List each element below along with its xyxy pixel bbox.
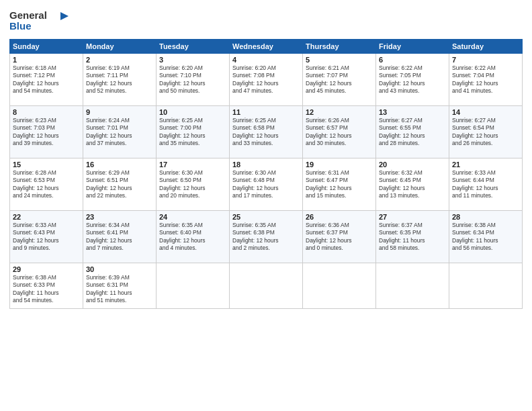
day-detail: Sunrise: 6:38 AMSunset: 6:33 PMDaylight:… xyxy=(13,274,80,305)
day-detail: Sunrise: 6:20 AMSunset: 7:08 PMDaylight:… xyxy=(232,64,300,95)
day-detail: Sunrise: 6:30 AMSunset: 6:48 PMDaylight:… xyxy=(232,169,300,200)
calendar-cell: 16Sunrise: 6:29 AMSunset: 6:51 PMDayligh… xyxy=(83,158,157,211)
calendar-cell: 22Sunrise: 6:33 AMSunset: 6:43 PMDayligh… xyxy=(10,211,83,263)
calendar-cell: 4Sunrise: 6:20 AMSunset: 7:08 PMDaylight… xyxy=(230,54,303,106)
calendar-cell xyxy=(376,263,449,309)
day-detail: Sunrise: 6:36 AMSunset: 6:37 PMDaylight:… xyxy=(306,222,373,253)
calendar-cell: 29Sunrise: 6:38 AMSunset: 6:33 PMDayligh… xyxy=(10,263,83,309)
day-number: 23 xyxy=(86,213,153,221)
calendar-cell: 17Sunrise: 6:30 AMSunset: 6:50 PMDayligh… xyxy=(157,158,230,211)
day-number: 15 xyxy=(13,161,80,169)
svg-text:Blue: Blue xyxy=(9,20,32,32)
day-detail: Sunrise: 6:20 AMSunset: 7:10 PMDaylight:… xyxy=(159,64,226,95)
day-number: 10 xyxy=(159,108,226,116)
day-detail: Sunrise: 6:31 AMSunset: 6:47 PMDaylight:… xyxy=(306,169,373,200)
day-detail: Sunrise: 6:33 AMSunset: 6:43 PMDaylight:… xyxy=(13,222,80,253)
col-header-wednesday: Wednesday xyxy=(230,40,303,54)
day-detail: Sunrise: 6:27 AMSunset: 6:54 PMDaylight:… xyxy=(452,117,519,148)
day-number: 14 xyxy=(452,108,519,116)
calendar-cell: 23Sunrise: 6:34 AMSunset: 6:41 PMDayligh… xyxy=(83,211,157,263)
calendar-cell: 30Sunrise: 6:39 AMSunset: 6:31 PMDayligh… xyxy=(83,263,157,309)
calendar-cell: 13Sunrise: 6:27 AMSunset: 6:55 PMDayligh… xyxy=(376,106,449,158)
day-number: 25 xyxy=(232,213,300,221)
calendar-cell: 25Sunrise: 6:35 AMSunset: 6:38 PMDayligh… xyxy=(230,211,303,263)
calendar-cell: 12Sunrise: 6:26 AMSunset: 6:57 PMDayligh… xyxy=(303,106,376,158)
calendar-cell: 6Sunrise: 6:22 AMSunset: 7:05 PMDaylight… xyxy=(376,54,449,106)
calendar-cell: 21Sunrise: 6:33 AMSunset: 6:44 PMDayligh… xyxy=(449,158,523,211)
col-header-monday: Monday xyxy=(83,40,157,54)
calendar-cell: 24Sunrise: 6:35 AMSunset: 6:40 PMDayligh… xyxy=(157,211,230,263)
calendar-cell: 18Sunrise: 6:30 AMSunset: 6:48 PMDayligh… xyxy=(230,158,303,211)
calendar-cell xyxy=(449,263,523,309)
day-number: 17 xyxy=(159,161,226,169)
day-detail: Sunrise: 6:33 AMSunset: 6:44 PMDaylight:… xyxy=(452,169,519,200)
day-detail: Sunrise: 6:22 AMSunset: 7:05 PMDaylight:… xyxy=(379,64,446,95)
day-detail: Sunrise: 6:35 AMSunset: 6:40 PMDaylight:… xyxy=(159,222,226,253)
day-number: 3 xyxy=(159,56,226,64)
day-number: 21 xyxy=(452,161,519,169)
day-detail: Sunrise: 6:23 AMSunset: 7:03 PMDaylight:… xyxy=(13,117,80,148)
calendar-cell: 9Sunrise: 6:24 AMSunset: 7:01 PMDaylight… xyxy=(83,106,157,158)
calendar-cell: 3Sunrise: 6:20 AMSunset: 7:10 PMDaylight… xyxy=(157,54,230,106)
day-number: 5 xyxy=(306,56,373,64)
day-number: 2 xyxy=(86,56,153,64)
day-detail: Sunrise: 6:34 AMSunset: 6:41 PMDaylight:… xyxy=(86,222,153,253)
day-number: 6 xyxy=(379,56,446,64)
day-detail: Sunrise: 6:28 AMSunset: 6:53 PMDaylight:… xyxy=(13,169,80,200)
day-detail: Sunrise: 6:25 AMSunset: 7:00 PMDaylight:… xyxy=(159,117,226,148)
day-detail: Sunrise: 6:32 AMSunset: 6:45 PMDaylight:… xyxy=(379,169,446,200)
day-number: 9 xyxy=(86,108,153,116)
day-number: 11 xyxy=(232,108,300,116)
day-detail: Sunrise: 6:30 AMSunset: 6:50 PMDaylight:… xyxy=(159,169,226,200)
day-number: 4 xyxy=(232,56,300,64)
day-number: 7 xyxy=(452,56,519,64)
calendar-cell: 20Sunrise: 6:32 AMSunset: 6:45 PMDayligh… xyxy=(376,158,449,211)
calendar-cell xyxy=(303,263,376,309)
day-detail: Sunrise: 6:22 AMSunset: 7:04 PMDaylight:… xyxy=(452,64,519,95)
day-number: 26 xyxy=(306,213,373,221)
calendar-cell: 8Sunrise: 6:23 AMSunset: 7:03 PMDaylight… xyxy=(10,106,83,158)
day-number: 28 xyxy=(452,213,519,221)
calendar-cell: 11Sunrise: 6:25 AMSunset: 6:58 PMDayligh… xyxy=(230,106,303,158)
col-header-thursday: Thursday xyxy=(303,40,376,54)
day-detail: Sunrise: 6:29 AMSunset: 6:51 PMDaylight:… xyxy=(86,169,153,200)
day-number: 22 xyxy=(13,213,80,221)
svg-text:General: General xyxy=(9,9,47,21)
calendar-cell xyxy=(157,263,230,309)
day-detail: Sunrise: 6:39 AMSunset: 6:31 PMDaylight:… xyxy=(86,274,153,305)
day-number: 19 xyxy=(306,161,373,169)
day-number: 1 xyxy=(13,56,80,64)
calendar-cell: 27Sunrise: 6:37 AMSunset: 6:35 PMDayligh… xyxy=(376,211,449,263)
day-number: 30 xyxy=(86,265,153,273)
calendar-cell xyxy=(230,263,303,309)
calendar-cell: 19Sunrise: 6:31 AMSunset: 6:47 PMDayligh… xyxy=(303,158,376,211)
day-number: 13 xyxy=(379,108,446,116)
day-number: 20 xyxy=(379,161,446,169)
day-number: 29 xyxy=(13,265,80,273)
calendar-cell: 2Sunrise: 6:19 AMSunset: 7:11 PMDaylight… xyxy=(83,54,157,106)
logo: General Blue xyxy=(9,7,70,34)
svg-marker-2 xyxy=(60,12,69,20)
day-detail: Sunrise: 6:35 AMSunset: 6:38 PMDaylight:… xyxy=(232,222,300,253)
day-detail: Sunrise: 6:19 AMSunset: 7:11 PMDaylight:… xyxy=(86,64,153,95)
day-number: 12 xyxy=(306,108,373,116)
day-number: 16 xyxy=(86,161,153,169)
day-detail: Sunrise: 6:24 AMSunset: 7:01 PMDaylight:… xyxy=(86,117,153,148)
day-detail: Sunrise: 6:38 AMSunset: 6:34 PMDaylight:… xyxy=(452,222,519,253)
day-number: 8 xyxy=(13,108,80,116)
page-header: General Blue xyxy=(9,7,523,34)
col-header-tuesday: Tuesday xyxy=(157,40,230,54)
day-detail: Sunrise: 6:25 AMSunset: 6:58 PMDaylight:… xyxy=(232,117,300,148)
calendar-cell: 1Sunrise: 6:18 AMSunset: 7:12 PMDaylight… xyxy=(10,54,83,106)
day-number: 18 xyxy=(232,161,300,169)
day-detail: Sunrise: 6:27 AMSunset: 6:55 PMDaylight:… xyxy=(379,117,446,148)
calendar-cell: 7Sunrise: 6:22 AMSunset: 7:04 PMDaylight… xyxy=(449,54,523,106)
logo-svg: General Blue xyxy=(9,7,70,34)
col-header-friday: Friday xyxy=(376,40,449,54)
calendar-cell: 10Sunrise: 6:25 AMSunset: 7:00 PMDayligh… xyxy=(157,106,230,158)
day-detail: Sunrise: 6:37 AMSunset: 6:35 PMDaylight:… xyxy=(379,222,446,253)
calendar-cell: 5Sunrise: 6:21 AMSunset: 7:07 PMDaylight… xyxy=(303,54,376,106)
col-header-sunday: Sunday xyxy=(10,40,83,54)
day-detail: Sunrise: 6:18 AMSunset: 7:12 PMDaylight:… xyxy=(13,64,80,95)
calendar-cell: 26Sunrise: 6:36 AMSunset: 6:37 PMDayligh… xyxy=(303,211,376,263)
